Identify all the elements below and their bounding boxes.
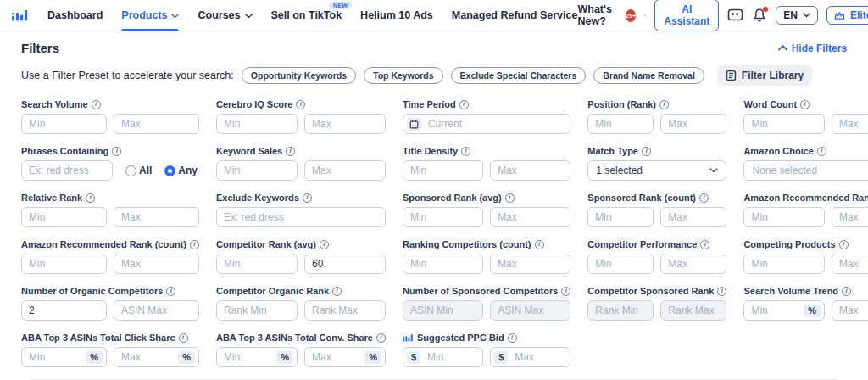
info-icon[interactable]: i bbox=[459, 100, 469, 109]
keyword-sales-input-box[interactable] bbox=[216, 160, 298, 181]
competitor-organic-rank-input-box[interactable] bbox=[304, 300, 386, 321]
competitor-sponsored-rank-input[interactable] bbox=[665, 305, 722, 316]
position-rank-input-box[interactable] bbox=[660, 114, 726, 134]
time-period-input[interactable] bbox=[425, 118, 566, 130]
notifications-bell-icon[interactable] bbox=[752, 8, 767, 23]
word-count-input[interactable] bbox=[836, 118, 868, 130]
info-icon[interactable]: i bbox=[700, 240, 709, 249]
competing-products-input-box[interactable] bbox=[832, 254, 868, 274]
competitor-sponsored-rank-input-box[interactable] bbox=[660, 300, 726, 321]
sponsored-rank-avg-input[interactable] bbox=[494, 211, 566, 223]
keyword-sales-input[interactable] bbox=[220, 165, 293, 176]
sponsored-rank-count-input[interactable] bbox=[592, 211, 649, 223]
sponsored-rank-count-input[interactable] bbox=[665, 211, 722, 223]
aba-top-3-asins-total-conv-share-input-box[interactable]: % bbox=[304, 347, 386, 367]
preset-pill-opportunity-keywords[interactable]: Opportunity Keywords bbox=[242, 67, 356, 84]
info-icon[interactable]: i bbox=[842, 287, 851, 296]
suggested-ppc-bid-input[interactable] bbox=[424, 351, 479, 363]
phrases-containing-radio-all[interactable]: All bbox=[125, 165, 152, 176]
nav-item-courses[interactable]: Courses bbox=[198, 0, 252, 31]
info-icon[interactable]: i bbox=[642, 147, 651, 156]
info-icon[interactable]: i bbox=[717, 287, 726, 296]
info-icon[interactable]: i bbox=[296, 100, 305, 109]
sponsored-rank-count-input-box[interactable] bbox=[587, 207, 654, 227]
word-count-input-box[interactable] bbox=[832, 114, 868, 134]
info-icon[interactable]: i bbox=[112, 147, 121, 156]
info-icon[interactable]: i bbox=[505, 193, 515, 203]
suggested-ppc-bid-input-box[interactable]: $ bbox=[403, 347, 483, 367]
info-icon[interactable]: i bbox=[839, 240, 849, 249]
relative-rank-input-box[interactable] bbox=[114, 207, 199, 227]
competitor-performance-input-box[interactable] bbox=[660, 254, 726, 274]
number-of-sponsored-competitors-input-box[interactable] bbox=[403, 300, 483, 321]
amazon-recommended-rank-count-input-box[interactable] bbox=[114, 254, 199, 274]
search-volume-input-box[interactable] bbox=[114, 114, 199, 134]
helium10-logo-icon[interactable] bbox=[12, 8, 29, 23]
ranking-competitors-count-input[interactable] bbox=[407, 258, 479, 270]
keyword-sales-input-box[interactable] bbox=[304, 160, 386, 181]
competitor-organic-rank-input[interactable] bbox=[309, 305, 381, 316]
title-density-input[interactable] bbox=[407, 165, 479, 176]
info-icon[interactable]: i bbox=[461, 147, 470, 156]
competitor-sponsored-rank-input-box[interactable] bbox=[587, 300, 654, 321]
search-volume-trend-input[interactable] bbox=[836, 305, 868, 316]
keyword-sales-input[interactable] bbox=[309, 165, 381, 176]
competing-products-input-box[interactable] bbox=[743, 254, 825, 274]
number-of-organic-competitors-input[interactable] bbox=[118, 305, 195, 316]
amazon-recommended-rank-avg-input[interactable] bbox=[748, 211, 821, 223]
aba-top-3-asins-total-conv-share-input[interactable] bbox=[220, 351, 273, 363]
suggested-ppc-bid-input[interactable] bbox=[511, 351, 566, 363]
info-icon[interactable]: i bbox=[699, 193, 709, 203]
position-rank-input[interactable] bbox=[665, 118, 722, 130]
number-of-sponsored-competitors-input[interactable] bbox=[494, 305, 566, 316]
competitor-performance-input[interactable] bbox=[592, 258, 649, 270]
preset-pill-brand-name-removal[interactable]: Brand Name Removal bbox=[593, 67, 704, 84]
ranking-competitors-count-input[interactable] bbox=[494, 258, 566, 270]
competitor-rank-avg-input-box[interactable] bbox=[304, 254, 386, 274]
time-period-input-box[interactable] bbox=[403, 114, 570, 134]
relative-rank-input[interactable] bbox=[25, 211, 103, 223]
competitor-organic-rank-input[interactable] bbox=[220, 305, 293, 316]
competitor-organic-rank-input-box[interactable] bbox=[216, 300, 298, 321]
info-icon[interactable]: i bbox=[561, 287, 570, 296]
number-of-organic-competitors-input[interactable] bbox=[25, 305, 103, 316]
amazon-recommended-rank-avg-input[interactable] bbox=[836, 211, 868, 223]
search-volume-input[interactable] bbox=[25, 118, 103, 130]
cerebro-iq-score-input[interactable] bbox=[220, 118, 293, 130]
hide-filters-link[interactable]: Hide Filters bbox=[778, 42, 847, 54]
aba-top-3-asins-total-click-share-input-box[interactable]: % bbox=[114, 347, 199, 367]
sponsored-rank-avg-input-box[interactable] bbox=[403, 207, 483, 227]
info-icon[interactable]: i bbox=[817, 147, 826, 156]
competitor-performance-input-box[interactable] bbox=[587, 254, 654, 274]
number-of-sponsored-competitors-input[interactable] bbox=[407, 305, 479, 316]
info-icon[interactable]: i bbox=[332, 287, 342, 296]
nav-item-managed-refund-service[interactable]: Managed Refund Service bbox=[452, 0, 578, 31]
suggested-ppc-bid-input-box[interactable]: $ bbox=[490, 347, 570, 367]
aba-top-3-asins-total-conv-share-input[interactable] bbox=[309, 351, 361, 363]
info-icon[interactable]: i bbox=[303, 193, 312, 203]
amazon-recommended-rank-avg-input-box[interactable] bbox=[832, 207, 868, 227]
competitor-rank-avg-input[interactable] bbox=[309, 258, 381, 270]
competing-products-input[interactable] bbox=[836, 258, 868, 270]
amazon-recommended-rank-count-input[interactable] bbox=[25, 258, 103, 270]
feedback-icon[interactable] bbox=[727, 8, 743, 23]
nav-item-sell-on-tiktok[interactable]: Sell on TikTokNEW bbox=[271, 0, 342, 31]
position-rank-input[interactable] bbox=[592, 118, 649, 130]
search-volume-trend-input[interactable] bbox=[748, 305, 800, 316]
elite-plan-badge[interactable]: Elite bbox=[826, 6, 868, 25]
title-density-input-box[interactable] bbox=[490, 160, 570, 181]
phrases-containing-input-box[interactable] bbox=[21, 160, 113, 181]
amazon-recommended-rank-avg-input-box[interactable] bbox=[743, 207, 825, 227]
cerebro-iq-score-input-box[interactable] bbox=[216, 114, 298, 134]
info-icon[interactable]: i bbox=[508, 333, 517, 343]
preset-pill-exclude-special-characters[interactable]: Exclude Special Characters bbox=[451, 67, 587, 84]
search-volume-trend-input-box[interactable]: % bbox=[832, 300, 868, 321]
phrases-containing-input[interactable] bbox=[25, 165, 108, 176]
search-volume-input-box[interactable] bbox=[21, 114, 107, 134]
competitor-sponsored-rank-input[interactable] bbox=[592, 305, 649, 316]
preset-pill-top-keywords[interactable]: Top Keywords bbox=[364, 67, 443, 84]
info-icon[interactable]: i bbox=[190, 240, 199, 249]
info-icon[interactable]: i bbox=[86, 193, 95, 203]
competing-products-input[interactable] bbox=[748, 258, 821, 270]
amazon-recommended-rank-count-input-box[interactable] bbox=[21, 254, 107, 274]
